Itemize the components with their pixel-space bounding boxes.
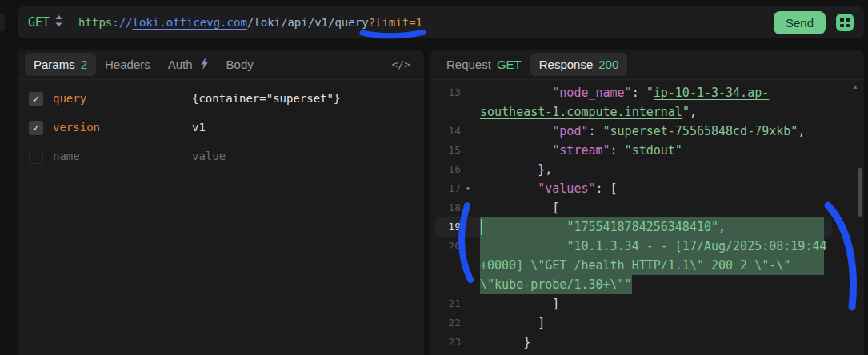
tab-auth[interactable]: Auth — [159, 53, 218, 77]
tab-request-label: Request — [446, 58, 491, 71]
tab-params-label: Params — [34, 58, 75, 71]
tab-headers-label: Headers — [105, 58, 150, 71]
code-line: 15 "stream": "stdout" — [430, 141, 864, 160]
scrollbar-thumb[interactable] — [858, 168, 862, 217]
json-string-value: "superset-75565848cd-79xkb" — [603, 124, 798, 138]
code-line: 13 "node_name": "ip-10-1-3-34.ap- — [430, 83, 864, 102]
json-punct: , — [718, 220, 726, 234]
updown-chevron-icon — [55, 15, 62, 30]
json-punct: , — [798, 124, 805, 138]
response-code: 13 "node_name": "ip-10-1-3-34.ap-southea… — [430, 83, 864, 355]
param-value-field[interactable]: v1 — [192, 121, 206, 134]
code-line: 24 ] — [430, 352, 864, 355]
param-checkbox[interactable]: ✓ — [29, 92, 43, 106]
code-text: ] — [480, 294, 559, 313]
json-punct: : — [610, 143, 625, 158]
line-number: 17 — [430, 179, 461, 198]
url-segment-punct: : — [112, 16, 118, 29]
code-text: }, — [480, 160, 552, 179]
code-text: } — [480, 333, 530, 352]
json-string-value: "10.1.3.34 - - [17/Aug/2025:08:19:44 — [566, 239, 826, 253]
code-text: \"kube-probe/1.30+\"" — [480, 275, 632, 294]
request-url-bar: GET https://loki.officevg.com/loki/api/v… — [18, 6, 864, 38]
tab-body[interactable]: Body — [218, 53, 262, 76]
apps-grid-icon[interactable] — [836, 14, 854, 31]
json-punct: , — [690, 105, 697, 119]
code-text: "1755418784256348410", — [480, 217, 726, 237]
param-checkbox[interactable] — [29, 150, 43, 164]
params-list: ✓query{container="superset"}✓versionv1na… — [18, 80, 424, 171]
url-segment-domain-link: loki.officevg.com — [133, 16, 247, 29]
json-punct: ] — [552, 297, 559, 311]
json-key: "node_name" — [552, 86, 631, 100]
grid-dots-icon — [840, 18, 850, 27]
tab-response-label: Response — [539, 58, 594, 71]
code-text: "node_name": "ip-10-1-3-34.ap- — [480, 83, 769, 102]
code-line: 21 ] — [430, 294, 864, 313]
code-line: southeast-1.compute.internal", — [430, 102, 864, 122]
json-link-value: ip-10-1-3-34.ap- — [654, 86, 770, 100]
line-number: 21 — [430, 294, 461, 313]
code-line: 14 "pod": "superset-75565848cd-79xkb", — [430, 122, 864, 141]
code-text: [ — [480, 198, 559, 217]
line-number: 19 — [430, 217, 461, 237]
param-row: namevalue — [18, 142, 424, 171]
code-line: 19 "1755418784256348410", — [430, 217, 864, 237]
code-text: "10.1.3.34 - - [17/Aug/2025:08:19:44 — [480, 237, 826, 256]
response-status-badge: 200 — [598, 58, 618, 71]
json-string-value: +0000] \"GET /health HTTP/1.1\" 200 2 \"… — [480, 258, 790, 273]
url-segment-path: /loki/api/v1/query — [247, 16, 369, 29]
url-input[interactable]: https://loki.officevg.com/loki/api/v1/qu… — [78, 16, 422, 29]
collapse-arrow-icon[interactable]: ▾ — [466, 198, 470, 217]
code-line: +0000] \"GET /health HTTP/1.1\" 200 2 \"… — [430, 256, 864, 275]
collapse-arrow-icon[interactable]: ▾ — [466, 179, 470, 198]
lightning-bolt-icon — [200, 58, 209, 72]
json-string-value: "1755418784256348410" — [566, 220, 718, 234]
code-line: 18▾ [ — [430, 198, 864, 217]
url-segment-query: ?limit=1 — [369, 16, 422, 29]
line-number: 23 — [430, 333, 461, 352]
window-edge-sliver — [0, 14, 5, 31]
json-punct: ] — [538, 316, 545, 330]
response-tabbar: Request GET Response 200 — [430, 50, 864, 80]
json-string-value: " — [646, 86, 654, 100]
param-value-field[interactable]: {container="superset"} — [192, 92, 340, 105]
code-line: 16 }, — [430, 160, 864, 179]
code-view-icon[interactable]: </> — [392, 58, 410, 70]
tab-response[interactable]: Response 200 — [530, 53, 628, 76]
line-number: 24 — [430, 352, 461, 355]
code-text: +0000] \"GET /health HTTP/1.1\" 200 2 \"… — [480, 256, 790, 275]
code-text: "pod": "superset-75565848cd-79xkb", — [480, 122, 805, 141]
param-value-field[interactable]: value — [192, 150, 226, 162]
response-body-viewer[interactable]: 13 "node_name": "ip-10-1-3-34.ap-southea… — [430, 80, 864, 355]
url-segment-domain: // — [119, 16, 133, 29]
json-punct: }, — [538, 162, 552, 177]
json-punct: : — [632, 86, 646, 100]
code-text: southeast-1.compute.internal", — [480, 102, 697, 122]
param-checkbox[interactable]: ✓ — [29, 121, 43, 135]
json-key: "values" — [538, 181, 595, 196]
tab-request[interactable]: Request GET — [438, 53, 530, 76]
scroll-up-icon[interactable]: ▲ — [852, 83, 858, 90]
json-punct: : — [588, 124, 602, 138]
send-button[interactable]: Send — [774, 11, 826, 34]
request-panel: Params 2 Headers Auth Body </> ✓query{co… — [18, 50, 424, 355]
param-key-field[interactable]: query — [53, 92, 86, 105]
tab-body-label: Body — [226, 58, 254, 71]
request-tabbar: Params 2 Headers Auth Body </> — [18, 50, 424, 80]
line-number: 18 — [430, 198, 461, 217]
json-punct: : [ — [596, 181, 618, 196]
tab-headers[interactable]: Headers — [96, 53, 159, 76]
method-selector[interactable]: GET — [28, 15, 62, 30]
json-link-value: southeast-1.compute.internal — [480, 105, 682, 119]
json-key: "stream" — [552, 143, 610, 158]
json-key: "pod" — [552, 124, 588, 138]
request-method-badge: GET — [497, 58, 522, 71]
code-text: "values": [ — [480, 179, 618, 198]
code-text: ] — [480, 352, 516, 355]
param-key-field[interactable]: name — [53, 150, 80, 162]
param-key-field[interactable]: version — [53, 121, 100, 134]
json-string-value: " — [682, 105, 690, 119]
url-segment-scheme: https — [78, 16, 112, 29]
tab-params[interactable]: Params 2 — [25, 53, 96, 76]
